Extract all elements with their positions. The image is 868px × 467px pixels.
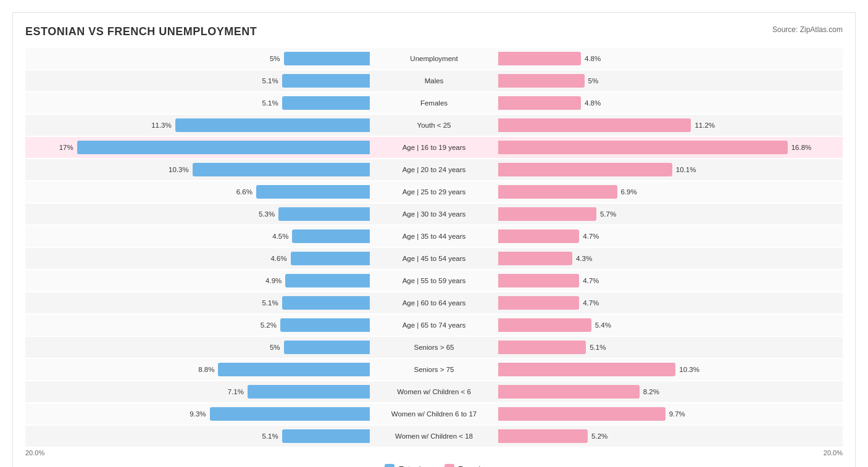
bar-left-container: 6.6% (25, 181, 372, 202)
estonian-bar (193, 163, 370, 176)
chart-row: 5.3% Age | 30 to 34 years 5.7% (25, 204, 843, 225)
bar-right-container: 16.8% (496, 137, 843, 158)
row-center-label: Age | 25 to 29 years (372, 188, 496, 196)
bars-wrapper: 5.1% Males 5% (25, 70, 843, 91)
row-center-label: Seniors > 65 (372, 344, 496, 351)
chart-row: 10.3% Age | 20 to 24 years 10.1% (25, 159, 843, 180)
bar-left-container: 9.3% (25, 403, 372, 424)
chart-row: 5% Seniors > 65 5.1% (25, 337, 843, 358)
french-bar (498, 229, 579, 243)
french-bar (498, 274, 579, 287)
french-value-label: 4.7% (583, 277, 604, 284)
estonian-value-label: 5.1% (257, 432, 278, 440)
french-value-label: 4.3% (576, 255, 598, 262)
french-value-label: 5.2% (591, 432, 613, 440)
bar-right-container: 4.7% (496, 226, 843, 247)
chart-container: ESTONIAN VS FRENCH UNEMPLOYMENT Source: … (12, 12, 856, 467)
bar-right-container: 4.8% (496, 48, 843, 69)
bar-left-container: 4.5% (25, 226, 372, 247)
bar-right-container: 10.3% (496, 359, 843, 380)
french-value-label: 11.2% (695, 122, 716, 129)
bars-wrapper: 5.1% Females 4.8% (25, 93, 843, 114)
french-color-swatch (444, 464, 454, 467)
estonian-value-label: 17% (52, 144, 73, 151)
bars-wrapper: 5% Seniors > 65 5.1% (25, 337, 843, 358)
french-bar (498, 74, 585, 88)
bar-left-container: 4.6% (25, 248, 372, 269)
row-center-label: Youth < 25 (372, 122, 496, 129)
french-bar (498, 185, 617, 199)
legend-french: French (444, 464, 483, 467)
axis-right-label: 20.0% (824, 449, 843, 457)
french-bar (498, 385, 640, 399)
bar-right-container: 11.2% (496, 115, 843, 136)
bar-right-container: 4.7% (496, 270, 843, 291)
french-value-label: 5.7% (600, 210, 622, 218)
chart-row: 11.3% Youth < 25 11.2% (25, 115, 843, 136)
estonian-value-label: 5% (259, 55, 280, 62)
french-value-label: 4.8% (585, 99, 606, 107)
row-center-label: Women w/ Children < 6 (372, 388, 496, 395)
bars-wrapper: 5.2% Age | 65 to 74 years 5.4% (25, 315, 843, 336)
estonian-bar (285, 274, 370, 287)
french-value-label: 4.7% (583, 299, 604, 307)
estonian-value-label: 5.1% (257, 99, 278, 107)
row-center-label: Age | 35 to 44 years (372, 233, 496, 240)
chart-row: 17% Age | 16 to 19 years 16.8% (25, 137, 843, 158)
estonian-bar (278, 207, 370, 221)
bar-right-container: 5.7% (496, 204, 843, 225)
bottom-axis: 20.0% 20.0% (25, 449, 843, 457)
estonian-bar (248, 385, 370, 399)
french-bar (498, 318, 591, 332)
bars-wrapper: 7.1% Women w/ Children < 6 8.2% (25, 381, 843, 402)
french-value-label: 6.9% (621, 188, 643, 196)
french-value-label: 10.3% (679, 366, 701, 373)
bar-left-container: 10.3% (25, 159, 372, 180)
bar-right-container: 6.9% (496, 181, 843, 202)
estonian-value-label: 5% (259, 344, 280, 351)
bar-left-container: 17% (25, 137, 372, 158)
bar-right-container: 4.7% (496, 292, 843, 313)
legend-estonian: Estonian (385, 464, 430, 467)
row-center-label: Age | 45 to 54 years (372, 255, 496, 262)
row-center-label: Age | 55 to 59 years (372, 277, 496, 284)
estonian-value-label: 10.3% (167, 166, 189, 173)
french-value-label: 5.4% (595, 321, 617, 329)
bar-left-container: 5.2% (25, 315, 372, 336)
bars-wrapper: 11.3% Youth < 25 11.2% (25, 115, 843, 136)
french-value-label: 4.7% (583, 233, 604, 240)
bar-right-container: 9.7% (496, 403, 843, 424)
french-bar (498, 52, 581, 65)
bars-wrapper: 6.6% Age | 25 to 29 years 6.9% (25, 181, 843, 202)
estonian-value-label: 6.6% (231, 188, 252, 196)
bars-wrapper: 8.8% Seniors > 75 10.3% (25, 359, 843, 380)
french-value-label: 8.2% (643, 388, 665, 395)
row-center-label: Age | 60 to 64 years (372, 299, 496, 307)
estonian-bar (282, 74, 370, 88)
estonian-value-label: 9.3% (185, 410, 206, 418)
bar-right-container: 5.4% (496, 315, 843, 336)
bar-left-container: 5.1% (25, 426, 372, 447)
estonian-bar (77, 141, 370, 154)
estonian-bar (284, 52, 370, 65)
french-value-label: 5% (588, 77, 610, 85)
estonian-color-swatch (385, 464, 394, 467)
estonian-value-label: 8.8% (193, 366, 214, 373)
chart-row: 4.5% Age | 35 to 44 years 4.7% (25, 226, 843, 247)
chart-row: 5.2% Age | 65 to 74 years 5.4% (25, 315, 843, 336)
estonian-bar (282, 96, 370, 110)
row-center-label: Age | 65 to 74 years (372, 321, 496, 329)
bar-left-container: 5% (25, 48, 372, 69)
bar-left-container: 5.1% (25, 70, 372, 91)
bar-right-container: 4.8% (496, 93, 843, 114)
chart-row: 5.1% Males 5% (25, 70, 843, 91)
row-center-label: Unemployment (372, 55, 496, 62)
estonian-value-label: 4.6% (265, 255, 287, 262)
bars-wrapper: 5.3% Age | 30 to 34 years 5.7% (25, 204, 843, 225)
estonian-bar (218, 363, 370, 376)
estonian-bar (175, 118, 370, 132)
chart-row: 9.3% Women w/ Children 6 to 17 9.7% (25, 403, 843, 424)
chart-header: ESTONIAN VS FRENCH UNEMPLOYMENT Source: … (25, 25, 843, 38)
french-bar (498, 118, 691, 132)
chart-row: 4.9% Age | 55 to 59 years 4.7% (25, 270, 843, 291)
